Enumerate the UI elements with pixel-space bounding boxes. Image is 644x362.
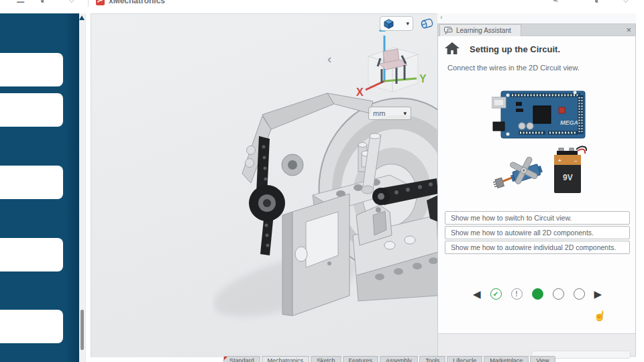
scroll-thumb[interactable] <box>80 310 84 350</box>
caret-down-icon: ▾ <box>403 110 407 117</box>
tab-lifecycle[interactable]: Lifecycle <box>447 356 482 362</box>
hand-pointer-cursor-icon: ☝ <box>593 309 608 323</box>
tab-tools[interactable]: Tools <box>419 356 445 362</box>
tab-notification-corner <box>224 357 227 360</box>
axis-y-label: Y <box>419 73 427 84</box>
step-indicator-warning: ! <box>511 288 523 300</box>
step-indicator-todo <box>553 288 564 300</box>
suggestion-autowire-all[interactable]: Show me how to autowire all 2D component… <box>445 226 630 239</box>
svg-text:+: + <box>558 158 561 164</box>
home-icon[interactable] <box>445 42 460 57</box>
panel-top-strip: › <box>437 13 636 23</box>
section-view-icon[interactable] <box>420 18 435 32</box>
units-dropdown[interactable]: mm ▾ <box>368 107 411 120</box>
arduino-mega-image: MEGA <box>492 87 589 142</box>
tab-sketch[interactable]: Sketch <box>311 356 341 362</box>
panel-card[interactable] <box>0 238 63 272</box>
tab-standard[interactable]: Standard <box>223 356 260 362</box>
tab-mechatronics[interactable]: Mechatronics <box>262 356 310 362</box>
tab-label: Learning Assistant <box>456 27 511 34</box>
servo-motor <box>488 154 544 192</box>
units-label: mm <box>373 109 385 117</box>
tab-assembly[interactable]: Assembly <box>380 356 418 362</box>
favorite-heart-icon[interactable]: ♡ <box>621 0 630 5</box>
suggestion-autowire-individual[interactable]: Show me how to autowire individual 2D co… <box>445 241 630 254</box>
panel-collapse-chevron-icon[interactable]: › <box>440 13 443 21</box>
panel-card[interactable] <box>0 93 63 127</box>
step-navigation: ◀ ✓ ! ▶ <box>438 288 637 300</box>
viewport-canvas[interactable]: Z Y X ▾ ‹ mm ▾ <box>91 13 438 357</box>
prev-step-button[interactable]: ◀ <box>473 288 481 300</box>
close-icon[interactable]: × <box>626 25 631 35</box>
tab-view[interactable]: View <box>530 356 555 362</box>
assistant-panel: Setting up the Circuit. Connect the wire… <box>437 36 636 333</box>
tab-learning-assistant[interactable]: Learning Assistant <box>439 24 521 36</box>
chat-bubble-icon <box>444 27 453 34</box>
battery-9v: + – 9V <box>554 147 586 193</box>
assistant-tab-bar: Learning Assistant × <box>437 23 636 36</box>
favorite-heart-icon[interactable]: ♡ <box>67 0 76 5</box>
previous-chevron-icon[interactable]: ‹ <box>327 52 331 66</box>
ribbon-tab-bar: Standard Mechatronics Sketch Features As… <box>223 356 555 362</box>
expand-arrows-icon[interactable] <box>594 0 604 5</box>
left-task-panel <box>0 7 79 362</box>
panel-card[interactable] <box>0 53 63 86</box>
scroll-up-arrow[interactable] <box>79 15 85 20</box>
sidebar-scrollbar[interactable] <box>79 13 86 362</box>
battery-label: 9V <box>563 173 573 182</box>
view-cube-icon <box>384 19 394 29</box>
caret-down-icon: ▾ <box>406 20 409 27</box>
suggestion-switch-circuit-view[interactable]: Show me how to switch to Circuit view. <box>445 211 630 225</box>
suggestion-list: Show me how to switch to Circuit view. S… <box>445 211 630 254</box>
check-icon: ✓ <box>493 290 498 298</box>
assembly-3d-model <box>212 81 438 343</box>
tab-marketplace[interactable]: Marketplace <box>484 356 529 362</box>
collapse-arrows-icon[interactable] <box>40 0 50 5</box>
app-logo <box>96 0 105 5</box>
step-indicator-done: ✓ <box>490 288 502 300</box>
tab-features[interactable]: Features <box>343 356 379 362</box>
app-title: xMechatronics <box>109 0 165 5</box>
orientation-triad[interactable]: Z Y X <box>355 19 429 99</box>
axis-x-label: X <box>356 86 364 98</box>
panel-card[interactable] <box>0 310 63 343</box>
menu-icon[interactable]: ☰ <box>16 0 25 5</box>
top-bar: ☰ ♡ xMechatronics ✎ ─ ♡ <box>0 0 644 13</box>
assistant-step-title: Setting up the Circuit. <box>470 44 560 54</box>
panel-card[interactable] <box>0 166 63 199</box>
svg-text:–: – <box>574 158 578 164</box>
minimize-icon[interactable]: ─ <box>569 0 576 5</box>
view-mode-dropdown[interactable]: ▾ <box>380 16 413 31</box>
next-step-button[interactable]: ▶ <box>594 288 602 300</box>
assistant-step-description: Connect the wires in the 2D Circuit view… <box>447 64 580 72</box>
board-label: MEGA <box>560 119 578 126</box>
header-divider <box>88 0 89 7</box>
step-indicator-current <box>532 288 543 300</box>
servo-battery-image: + – 9V <box>494 146 588 196</box>
exclamation-icon: ! <box>515 290 517 298</box>
edit-pencil-icon[interactable]: ✎ <box>550 0 559 5</box>
step-indicator-todo <box>574 288 585 300</box>
